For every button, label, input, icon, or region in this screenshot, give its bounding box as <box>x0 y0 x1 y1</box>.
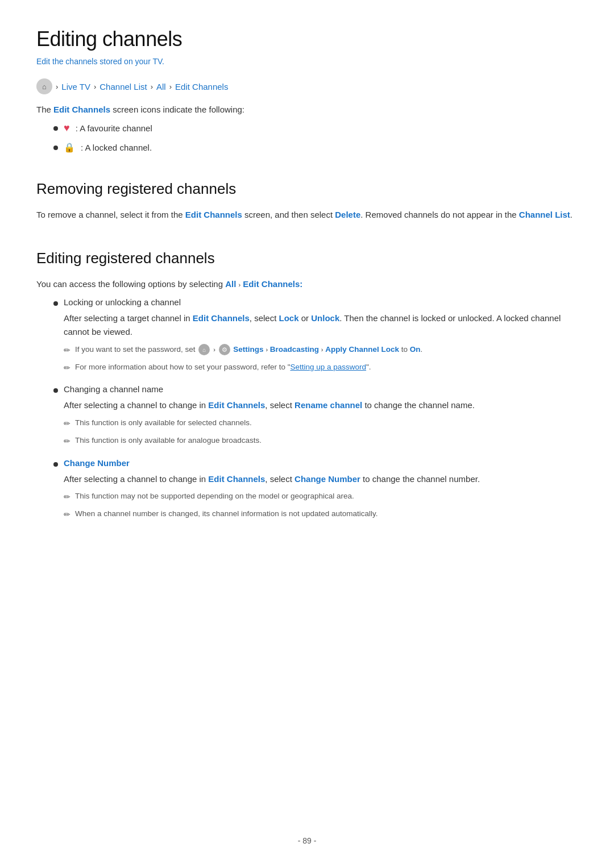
section1-heading: Removing registered channels <box>36 180 578 198</box>
bullet-dot-locking <box>53 301 58 306</box>
change-number-label[interactable]: Change Number <box>64 458 130 468</box>
breadcrumb-chevron-3: › <box>151 82 153 91</box>
lock-description: : A locked channel. <box>81 143 152 152</box>
note1-settings-link[interactable]: Settings <box>233 345 263 354</box>
inline-gear-icon-1: ⚙ <box>219 344 230 355</box>
rename-label: Changing a channel name <box>64 384 163 394</box>
rename-note-2-text: This function is only available for anal… <box>75 435 262 447</box>
locking-note-1-text: If you want to set the password, set ⌂ ›… <box>75 344 422 356</box>
page-title: Editing channels <box>36 27 578 51</box>
rename-channel-link[interactable]: Rename channel <box>294 400 362 410</box>
intro-text-before: The <box>36 105 53 114</box>
bullet-dot-lock <box>53 146 58 150</box>
setting-up-password-link[interactable]: Setting up a password <box>290 363 366 371</box>
s2-chevron: › <box>239 281 241 288</box>
icon-list-item-lock: 🔒 : A locked channel. <box>53 142 578 153</box>
intro-text-after: screen icons indicate the following: <box>110 105 244 114</box>
section2-item-change-number-main: Change Number <box>53 458 578 468</box>
section1-description: To remove a channel, select it from the … <box>36 208 578 222</box>
locking-notes: ✏ If you want to set the password, set ⌂… <box>64 344 578 374</box>
breadcrumb-all[interactable]: All <box>156 82 166 92</box>
note1-on-link[interactable]: On <box>410 345 421 354</box>
rename-detail: After selecting a channel to change in E… <box>64 398 578 413</box>
section2-item-locking-main: Locking or unlocking a channel <box>53 297 578 307</box>
pencil-icon-4: ✏ <box>64 435 70 448</box>
locking-label: Locking or unlocking a channel <box>64 297 181 307</box>
cn-change-number-link[interactable]: Change Number <box>294 474 360 484</box>
pencil-icon-6: ✏ <box>64 509 70 521</box>
s2-all-link[interactable]: All <box>225 279 236 289</box>
section2-heading: Editing registered channels <box>36 250 578 267</box>
section2-item-rename: Changing a channel name After selecting … <box>53 384 578 447</box>
pencil-icon-2: ✏ <box>64 362 70 375</box>
breadcrumb-edit-channels[interactable]: Edit Channels <box>175 82 228 92</box>
rename-note-1: ✏ This function is only available for se… <box>64 417 578 430</box>
icon-list-item-heart: ♥ : A favourite channel <box>53 122 578 134</box>
bullet-dot-rename <box>53 388 58 393</box>
s2-edit-channels-link[interactable]: Edit Channels: <box>243 279 302 289</box>
note1-broadcasting-link[interactable]: Broadcasting <box>270 345 319 354</box>
bullet-dot-heart <box>53 126 58 131</box>
rename-edit-channels-link[interactable]: Edit Channels <box>208 400 265 410</box>
locking-note-2: ✏ For more information about how to set … <box>64 362 578 375</box>
breadcrumb-live-tv[interactable]: Live TV <box>61 82 90 92</box>
page-subtitle: Edit the channels stored on your TV. <box>36 57 578 66</box>
bullet-dot-change-number <box>53 462 58 467</box>
s1-channel-list-link[interactable]: Channel List <box>519 210 570 219</box>
change-number-note-1: ✏ This function may not be supported dep… <box>64 491 578 504</box>
cn-edit-channels-link[interactable]: Edit Channels <box>208 474 265 484</box>
breadcrumb: ⌂ › Live TV › Channel List › All › Edit … <box>36 78 578 94</box>
section2-item-change-number: Change Number After selecting a channel … <box>53 458 578 521</box>
locking-edit-channels-link[interactable]: Edit Channels <box>193 313 250 323</box>
note1-apply-lock-link[interactable]: Apply Channel Lock <box>325 345 399 354</box>
section2-items: Locking or unlocking a channel After sel… <box>53 297 578 521</box>
home-icon: ⌂ <box>36 78 52 94</box>
breadcrumb-chevron-4: › <box>169 82 172 91</box>
intro-edit-channels-link[interactable]: Edit Channels <box>53 105 110 114</box>
section2-intro: You can access the following options by … <box>36 277 578 292</box>
heart-icon: ♥ <box>64 122 70 134</box>
locking-lock-link[interactable]: Lock <box>279 313 299 323</box>
change-number-note-2-text: When a channel number is changed, its ch… <box>75 508 378 520</box>
locking-note-1: ✏ If you want to set the password, set ⌂… <box>64 344 578 357</box>
s1-delete-link[interactable]: Delete <box>335 210 360 219</box>
intro-description: The Edit Channels screen icons indicate … <box>36 105 578 114</box>
change-number-note-1-text: This function may not be supported depen… <box>75 491 354 502</box>
breadcrumb-channel-list[interactable]: Channel List <box>99 82 147 92</box>
pencil-icon-5: ✏ <box>64 491 70 504</box>
s1-edit-channels-link[interactable]: Edit Channels <box>185 210 242 219</box>
locking-note-2-text: For more information about how to set yo… <box>75 362 371 373</box>
rename-note-2: ✏ This function is only available for an… <box>64 435 578 448</box>
section2-item-rename-main: Changing a channel name <box>53 384 578 394</box>
page-number: - 89 - <box>0 836 614 845</box>
rename-note-1-text: This function is only available for sele… <box>75 417 252 429</box>
pencil-icon-3: ✏ <box>64 418 70 430</box>
locking-detail: After selecting a target channel in Edit… <box>64 312 578 340</box>
breadcrumb-chevron-2: › <box>94 82 96 91</box>
icon-list: ♥ : A favourite channel 🔒 : A locked cha… <box>53 122 578 153</box>
breadcrumb-chevron-1: › <box>56 82 58 91</box>
change-number-detail: After selecting a channel to change in E… <box>64 472 578 487</box>
rename-notes: ✏ This function is only available for se… <box>64 417 578 447</box>
pencil-icon-1: ✏ <box>64 344 70 357</box>
heart-description: : A favourite channel <box>76 123 152 133</box>
change-number-notes: ✏ This function may not be supported dep… <box>64 491 578 521</box>
locking-unlock-link[interactable]: Unlock <box>311 313 339 323</box>
inline-home-icon-1: ⌂ <box>198 344 210 355</box>
change-number-note-2: ✏ When a channel number is changed, its … <box>64 508 578 521</box>
lock-icon: 🔒 <box>64 142 75 153</box>
section2-item-locking: Locking or unlocking a channel After sel… <box>53 297 578 375</box>
